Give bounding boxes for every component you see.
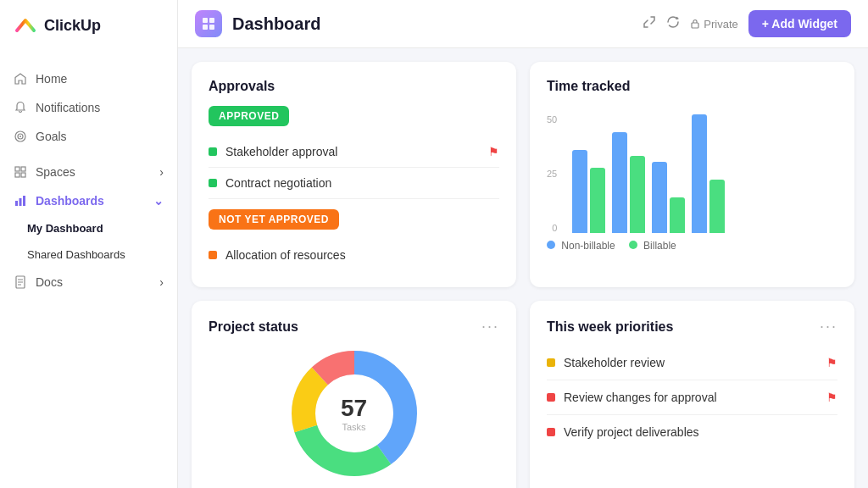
priority-item-stakeholder: Stakeholder review ⚑ [547, 346, 837, 380]
bar-2-billable [630, 156, 645, 233]
main-content: Dashboard Private + Add Widget Approvals… [178, 0, 868, 488]
sidebar-item-dashboards[interactable]: Dashboards ⌄ [0, 186, 177, 215]
refresh-button[interactable] [666, 15, 680, 32]
bar-4-billable [709, 180, 725, 233]
approvals-card: Approvals APPROVED Stakeholder approval … [192, 62, 516, 287]
privacy-indicator: Private [690, 18, 737, 30]
svg-rect-5 [15, 173, 19, 177]
approval-dot-green-2 [209, 179, 217, 187]
sidebar-item-spaces[interactable]: Spaces › [0, 158, 177, 186]
approval-dot-green [209, 147, 217, 156]
expand-button[interactable] [643, 15, 656, 32]
sidebar-sub-my-dashboard-label: My Dashboard [27, 222, 103, 235]
sidebar-item-docs-label: Docs [36, 275, 63, 289]
bar-group-3 [652, 162, 685, 233]
sidebar-item-goals[interactable]: Goals [0, 122, 177, 151]
bar-group-1 [572, 150, 605, 233]
svg-rect-9 [23, 196, 25, 206]
priority-dot-red-2 [547, 428, 555, 436]
dashboard-icon [195, 10, 222, 37]
sidebar-sub-my-dashboard[interactable]: My Dashboard [0, 215, 177, 241]
svg-rect-15 [209, 18, 214, 23]
legend-dot-billable [629, 241, 637, 249]
page-header: Dashboard Private + Add Widget [178, 0, 868, 48]
project-status-card: Project status ··· [192, 301, 516, 488]
priority-label-verify: Verify project deliverables [564, 425, 699, 439]
logo: ClickUp [0, 0, 177, 51]
approval-label-allocation: Allocation of resources [225, 248, 346, 262]
sidebar-item-spaces-label: Spaces [36, 165, 75, 179]
chevron-right-docs-icon: › [159, 275, 164, 289]
approval-label-contract: Contract negotiation [225, 176, 331, 190]
sidebar-item-docs[interactable]: Docs › [0, 268, 177, 297]
sidebar: ClickUp Home Notifications Goals Spaces … [0, 0, 178, 488]
svg-rect-16 [203, 25, 208, 30]
donut-center: 57 Tasks [341, 395, 367, 432]
sidebar-sub-shared-dashboards[interactable]: Shared Dashboards [0, 241, 177, 268]
priority-item-verify: Verify project deliverables [547, 415, 837, 449]
svg-rect-18 [692, 23, 698, 28]
approved-badge: APPROVED [209, 106, 289, 126]
svg-rect-7 [15, 201, 18, 206]
donut-chart: 57 Tasks [287, 346, 422, 481]
priorities-title: This week priorities [547, 319, 673, 335]
priorities-menu-button[interactable]: ··· [820, 318, 837, 336]
add-widget-button[interactable]: + Add Widget [748, 10, 851, 37]
bar-1-nonbillable [572, 150, 587, 233]
flag-icon: ⚑ [488, 145, 499, 158]
priority-label-stakeholder: Stakeholder review [564, 356, 665, 369]
task-count: 57 [341, 395, 367, 422]
sidebar-item-home-label: Home [36, 72, 67, 86]
legend-billable: Billable [629, 240, 676, 252]
chevron-right-icon: › [159, 165, 164, 179]
priority-label-review-changes: Review changes for approval [564, 391, 717, 404]
sidebar-item-home[interactable]: Home [0, 64, 177, 93]
legend-nonbillable-label: Non-billable [561, 240, 615, 252]
nav-section-spaces: Spaces › Dashboards ⌄ My Dashboard Share… [0, 154, 177, 300]
svg-rect-4 [21, 167, 25, 171]
sidebar-nav: Home Notifications Goals Spaces › Dashbo… [0, 51, 177, 488]
header-actions: Private + Add Widget [643, 10, 851, 37]
legend-nonbillable: Non-billable [547, 240, 615, 252]
approval-item-contract: Contract negotiation [209, 168, 499, 199]
bar-group-4 [692, 114, 725, 233]
y-axis-labels: 50 25 0 [547, 114, 562, 233]
sidebar-item-goals-label: Goals [36, 130, 67, 143]
home-icon [14, 72, 27, 86]
expand-icon [643, 15, 656, 29]
chart-icon [14, 194, 27, 208]
project-status-title: Project status [209, 319, 298, 335]
priority-flag-2: ⚑ [826, 391, 837, 404]
sidebar-sub-shared-dashboards-label: Shared Dashboards [27, 248, 125, 261]
bar-2-nonbillable [612, 132, 627, 233]
bell-icon [14, 101, 27, 114]
legend-dot-nonbillable [547, 241, 555, 249]
svg-point-2 [19, 136, 21, 137]
approval-item-stakeholder: Stakeholder approval ⚑ [209, 136, 499, 168]
target-icon [14, 130, 27, 143]
nav-section-main: Home Notifications Goals [0, 61, 177, 154]
task-label: Tasks [341, 422, 367, 432]
project-status-menu-button[interactable]: ··· [481, 318, 499, 336]
clickup-logo-icon [14, 14, 37, 37]
svg-rect-3 [15, 167, 19, 171]
priority-flag-1: ⚑ [826, 356, 837, 369]
grid-icon [14, 165, 27, 179]
sidebar-item-notifications[interactable]: Notifications [0, 93, 177, 122]
approval-item-allocation: Allocation of resources [209, 240, 499, 270]
sidebar-item-dashboards-label: Dashboards [36, 194, 104, 208]
chevron-down-icon: ⌄ [153, 194, 164, 208]
priority-dot-red-1 [547, 393, 555, 402]
svg-rect-6 [21, 173, 25, 177]
chart-legend: Non-billable Billable [547, 240, 837, 252]
bar-chart [572, 106, 725, 233]
approvals-title: Approvals [209, 79, 499, 94]
not-yet-badge: NOT YET APPROVED [209, 209, 339, 230]
y-label-0: 0 [547, 223, 557, 233]
donut-wrapper: 57 Tasks [209, 346, 499, 481]
time-tracked-card: Time tracked 50 25 0 [530, 62, 854, 287]
dashboard-grid-icon [201, 16, 216, 31]
approval-dot-orange [209, 251, 217, 259]
approval-label-stakeholder: Stakeholder approval [225, 145, 337, 158]
svg-rect-17 [209, 25, 214, 30]
